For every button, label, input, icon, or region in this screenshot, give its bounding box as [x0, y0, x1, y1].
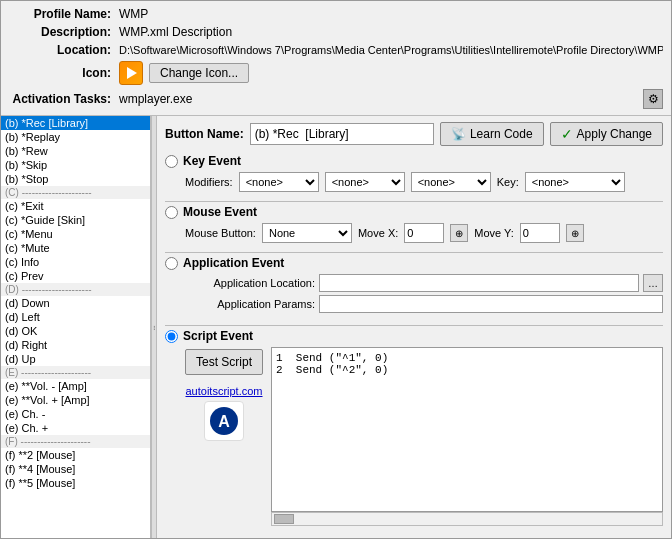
modifier2-select[interactable]: <none>: [325, 172, 405, 192]
autoit-logo: A: [204, 401, 244, 441]
list-item[interactable]: (E) ---------------------: [1, 366, 150, 379]
autoit-link[interactable]: autoitscript.com: [185, 385, 262, 397]
mouse-button-select[interactable]: None: [262, 223, 352, 243]
right-panel: Button Name: 📡 Learn Code ✓ Apply Change…: [157, 116, 671, 538]
mouse-event-header: Mouse Event: [165, 205, 663, 219]
icon-label: Icon:: [9, 66, 119, 80]
button-name-label: Button Name:: [165, 127, 244, 141]
checkmark-icon: ✓: [561, 126, 573, 142]
key-select[interactable]: <none>: [525, 172, 625, 192]
move-y-label: Move Y:: [474, 227, 514, 239]
app-location-row: Application Location: …: [185, 274, 663, 292]
button-name-input[interactable]: [250, 123, 434, 145]
main-window: Profile Name: WMP Description: WMP.xml D…: [0, 0, 672, 539]
modifier3-select[interactable]: <none>: [411, 172, 491, 192]
learn-code-button[interactable]: 📡 Learn Code: [440, 122, 544, 146]
modifier1-select[interactable]: <none>: [239, 172, 319, 192]
list-item[interactable]: (C) ---------------------: [1, 186, 150, 199]
list-item[interactable]: (c) *Mute: [1, 241, 150, 255]
app-location-label: Application Location:: [185, 277, 315, 289]
list-item[interactable]: (f) **5 [Mouse]: [1, 476, 150, 490]
activation-row: Activation Tasks: wmplayer.exe ⚙: [9, 89, 663, 109]
script-left-panel: Test Script autoitscript.com A: [185, 347, 263, 526]
list-item[interactable]: (D) ---------------------: [1, 283, 150, 296]
app-location-browse-button[interactable]: …: [643, 274, 663, 292]
mouse-event-radio[interactable]: [165, 206, 178, 219]
mouse-event-label: Mouse Event: [183, 205, 257, 219]
mouse-event-options: Mouse Button: None Move X: ⊕ Move Y: ⊕: [165, 223, 663, 243]
location-label: Location:: [9, 43, 119, 57]
list-item[interactable]: (c) Prev: [1, 269, 150, 283]
list-item[interactable]: (d) Up: [1, 352, 150, 366]
move-x-input[interactable]: [404, 223, 444, 243]
list-item[interactable]: (d) Down: [1, 296, 150, 310]
move-y-input[interactable]: [520, 223, 560, 243]
script-event-header: Script Event: [165, 329, 663, 343]
description-row: Description: WMP.xml Description: [9, 25, 663, 39]
test-script-button[interactable]: Test Script: [185, 349, 263, 375]
list-item[interactable]: (b) *Rew: [1, 144, 150, 158]
mouse-event-section: Mouse Event Mouse Button: None Move X: ⊕…: [165, 205, 663, 243]
activation-label: Activation Tasks:: [9, 92, 119, 106]
key-event-header: Key Event: [165, 154, 663, 168]
list-item[interactable]: (d) OK: [1, 324, 150, 338]
separator2: [165, 252, 663, 253]
icon-preview-button[interactable]: [119, 61, 143, 85]
list-item[interactable]: (f) **4 [Mouse]: [1, 462, 150, 476]
change-icon-button[interactable]: Change Icon...: [149, 63, 249, 83]
list-item[interactable]: (d) Left: [1, 310, 150, 324]
list-item[interactable]: (e) **Vol. - [Amp]: [1, 379, 150, 393]
apply-change-button[interactable]: ✓ Apply Change: [550, 122, 663, 146]
app-params-row: Application Params:: [185, 295, 663, 313]
app-event-label: Application Event: [183, 256, 284, 270]
script-editor-area: 1 Send ("^1", 0) 2 Send ("^2", 0): [271, 347, 663, 526]
separator3: [165, 325, 663, 326]
content-area: (b) *Rec [Library](b) *Replay(b) *Rew(b)…: [1, 115, 671, 538]
svg-text:A: A: [218, 413, 230, 430]
app-event-header: Application Event: [165, 256, 663, 270]
list-item[interactable]: (c) Info: [1, 255, 150, 269]
icon-controls: Change Icon...: [119, 61, 249, 85]
list-item[interactable]: (b) *Stop: [1, 172, 150, 186]
description-value: WMP.xml Description: [119, 25, 232, 39]
move-y-icon[interactable]: ⊕: [566, 224, 584, 242]
script-event-section: Script Event Test Script autoitscript.co…: [165, 329, 663, 526]
key-event-radio[interactable]: [165, 155, 178, 168]
app-params-input[interactable]: [319, 295, 663, 313]
button-name-row: Button Name: 📡 Learn Code ✓ Apply Change: [165, 122, 663, 146]
scroll-thumb[interactable]: [274, 514, 294, 524]
location-row: Location: D:\Software\Microsoft\Windows …: [9, 43, 663, 57]
list-item[interactable]: (d) Right: [1, 338, 150, 352]
play-icon: [127, 67, 137, 79]
list-item[interactable]: (f) **2 [Mouse]: [1, 448, 150, 462]
profile-name-row: Profile Name: WMP: [9, 7, 663, 21]
list-item[interactable]: (e) Ch. +: [1, 421, 150, 435]
profile-name-label: Profile Name:: [9, 7, 119, 21]
list-item[interactable]: (b) *Replay: [1, 130, 150, 144]
list-item[interactable]: (c) *Menu: [1, 227, 150, 241]
activation-settings-button[interactable]: ⚙: [643, 89, 663, 109]
location-value: D:\Software\Microsoft\Windows 7\Programs…: [119, 44, 663, 56]
list-item[interactable]: (b) *Rec [Library]: [1, 116, 150, 130]
move-x-icon[interactable]: ⊕: [450, 224, 468, 242]
list-item[interactable]: (c) *Exit: [1, 199, 150, 213]
list-item[interactable]: (e) **Vol. + [Amp]: [1, 393, 150, 407]
app-event-radio[interactable]: [165, 257, 178, 270]
app-location-input[interactable]: [319, 274, 639, 292]
list-item[interactable]: (F) ---------------------: [1, 435, 150, 448]
script-horizontal-scrollbar[interactable]: [271, 512, 663, 526]
form-section: Profile Name: WMP Description: WMP.xml D…: [1, 1, 671, 115]
key-event-section: Key Event Modifiers: <none> <none> <none…: [165, 154, 663, 192]
list-item[interactable]: (e) Ch. -: [1, 407, 150, 421]
app-event-options: Application Location: … Application Para…: [165, 274, 663, 313]
list-item[interactable]: (c) *Guide [Skin]: [1, 213, 150, 227]
separator1: [165, 201, 663, 202]
list-item[interactable]: (b) *Skip: [1, 158, 150, 172]
apply-change-label: Apply Change: [577, 127, 652, 141]
left-panel[interactable]: (b) *Rec [Library](b) *Replay(b) *Rew(b)…: [1, 116, 151, 538]
activation-value: wmplayer.exe: [119, 92, 639, 106]
description-label: Description:: [9, 25, 119, 39]
learn-code-icon: 📡: [451, 127, 466, 141]
script-text-area[interactable]: 1 Send ("^1", 0) 2 Send ("^2", 0): [271, 347, 663, 512]
script-event-radio[interactable]: [165, 330, 178, 343]
